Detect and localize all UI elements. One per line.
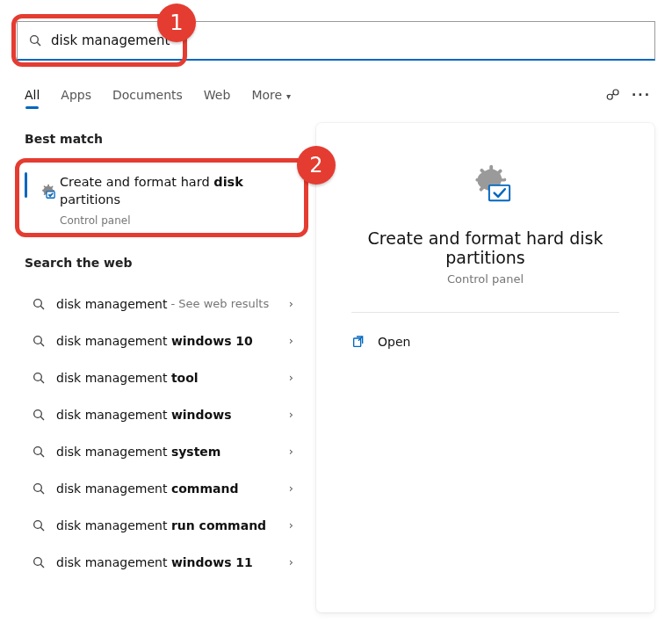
preview-title: Create and format hard disk partitions [351,228,619,267]
open-action[interactable]: Open [351,329,619,355]
search-icon [32,371,46,385]
svg-rect-21 [488,185,509,200]
chevron-right-icon: › [289,297,293,310]
svg-line-8 [40,343,44,346]
divider [351,312,619,313]
svg-point-15 [34,483,42,491]
search-icon [32,297,46,311]
search-icon [32,518,46,532]
web-suggestion[interactable]: disk management windows › [25,396,302,433]
web-suggestion[interactable]: disk management windows 10 › [25,322,302,359]
chevron-right-icon: › [289,518,293,532]
best-match-heading: Best match [25,132,302,146]
chevron-down-icon: ▾ [286,91,291,101]
tab-web[interactable]: Web [204,88,231,102]
web-suggestion[interactable]: disk management system › [25,433,302,470]
web-suggestion-bold: tool [171,371,199,385]
best-match-title-post: partitions [60,192,120,206]
svg-point-7 [34,336,42,344]
web-suggestion[interactable]: disk management windows 11 › [25,544,302,581]
svg-point-17 [34,520,42,528]
search-icon [32,408,46,422]
web-suggestion-pre: disk management [56,518,171,532]
svg-line-6 [40,306,44,309]
svg-point-5 [34,299,42,307]
chevron-right-icon: › [289,482,293,495]
web-suggestion-suffix: - See web results [170,297,269,310]
web-suggestion-pre: disk management [56,334,171,348]
web-suggestion-label: disk management command [56,482,238,496]
search-input[interactable] [51,33,654,48]
web-suggestion-label: disk management run command [56,518,266,532]
web-suggestion-pre: disk management [56,445,171,459]
web-suggestion-label: disk management windows [56,408,231,422]
more-options-button[interactable]: ··· [627,81,655,109]
chevron-right-icon: › [289,334,293,347]
web-suggestion-bold: command [171,482,239,496]
open-label: Open [378,335,410,349]
svg-line-20 [40,564,44,568]
svg-line-18 [40,527,44,531]
search-options-icon[interactable] [599,81,627,109]
chevron-right-icon: › [289,445,293,458]
tab-documents[interactable]: Documents [112,88,183,102]
web-suggestion[interactable]: disk management tool › [25,359,302,396]
chevron-right-icon: › [289,555,293,568]
search-web-heading: Search the web [25,256,302,270]
ellipsis-icon: ··· [632,88,651,102]
preview-app-icon [459,155,513,209]
svg-point-19 [34,557,42,565]
chevron-right-icon: › [289,371,293,384]
search-icon [28,33,42,47]
open-icon [351,335,365,349]
svg-point-2 [607,94,612,99]
web-suggestion-label: disk management [56,297,167,311]
web-suggestion-bold: windows 10 [171,334,253,348]
web-suggestion-bold: system [171,445,221,459]
search-icon [32,482,46,496]
svg-line-10 [40,380,44,383]
svg-line-16 [40,490,44,494]
preview-subtitle: Control panel [351,272,619,286]
best-match-title-pre: Create and format hard [60,175,213,189]
gear-icon [37,181,56,200]
tab-more[interactable]: More▾ [251,88,291,102]
web-suggestion-bold: windows 11 [171,555,253,569]
svg-line-14 [40,453,44,457]
best-match-title: Create and format hard disk partitions [60,173,290,209]
web-suggestion-label: disk management tool [56,371,199,385]
svg-line-12 [40,416,44,420]
preview-pane: Create and format hard disk partitions C… [316,123,654,612]
best-match-title-bold: disk [213,175,243,189]
selection-indicator [25,172,27,198]
web-suggestion-label: disk management windows 11 [56,555,253,569]
svg-line-1 [37,42,40,46]
web-suggestion-bold: windows [171,408,232,422]
web-suggestion[interactable]: disk management - See web results › [25,286,302,322]
search-box[interactable] [17,21,655,61]
search-icon [32,555,46,569]
web-suggestion-pre: disk management [56,408,171,422]
best-match-result[interactable]: Create and format hard disk partitions C… [25,162,302,238]
tab-all[interactable]: All [25,88,40,102]
svg-point-13 [34,446,42,454]
svg-point-0 [31,36,39,44]
tab-apps[interactable]: Apps [61,88,91,102]
chevron-right-icon: › [289,408,293,421]
svg-point-9 [34,373,42,380]
web-suggestion[interactable]: disk management run command › [25,507,302,544]
web-suggestion-pre: disk management [56,297,167,311]
search-icon [32,334,46,348]
best-match-subtitle: Control panel [60,214,290,227]
web-suggestion[interactable]: disk management command › [25,470,302,507]
svg-point-11 [34,409,42,417]
web-suggestion-pre: disk management [56,482,171,496]
web-suggestion-label: disk management system [56,445,220,459]
search-icon [32,445,46,459]
web-suggestion-pre: disk management [56,371,171,385]
web-suggestion-pre: disk management [56,555,171,569]
tab-more-label: More [251,88,282,102]
svg-point-3 [613,90,618,95]
web-suggestion-bold: run command [171,518,266,532]
web-suggestion-label: disk management windows 10 [56,334,253,348]
